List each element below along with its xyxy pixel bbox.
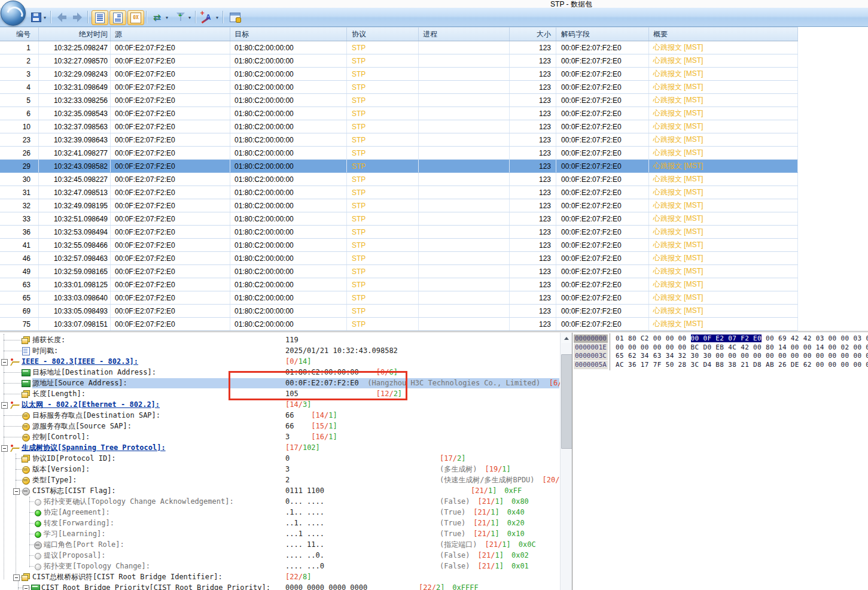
filter-dropdown-caret[interactable]: ▾ [188,15,191,20]
packet-row[interactable]: 110:32:25.09824700:0F:E2:07:F2:E001:80:C… [0,41,798,54]
decode-row[interactable]: 协议ID[Protocol ID]:0[17/2] [0,454,559,464]
decode-row[interactable]: 拓扑变更确认[Topology Change Acknowledgement]:… [0,497,559,507]
column-header-3[interactable]: 源 [111,28,230,41]
packet-row[interactable]: 310:32:29.09824300:0F:E2:07:F2:E001:80:C… [0,68,798,81]
decode-row[interactable]: 控制[Control]:3 [16/1] [0,432,559,443]
decode-label: 提议[Proposal]: [44,551,105,561]
packet-row[interactable]: 3210:32:49.09819500:0F:E2:07:F2:E001:80:… [0,199,798,212]
hex-row[interactable]: 0000003C65 62 34 63 34 32 30 30 00 00 00… [572,352,868,360]
packet-row[interactable]: 4910:32:59.09816500:0F:E2:07:F2:E001:80:… [0,265,798,278]
hex-offset: 0000005A [574,361,608,369]
decode-meaning: (True) [440,518,465,528]
time-cell: 10:32:27.098570 [39,54,111,67]
packet-row[interactable]: 7510:33:07.09815100:0F:E2:07:F2:E001:80:… [0,318,798,331]
packet-row[interactable]: 610:32:35.09854300:0F:E2:07:F2:E001:80:C… [0,107,798,120]
packet-row[interactable]: 510:32:33.09825600:0F:E2:07:F2:E001:80:C… [0,94,798,107]
column-header-8[interactable]: 解码字段 [556,28,649,41]
swap-arrows-icon: ⇄ [153,12,161,23]
packet-row[interactable]: 6310:33:01.09812500:0F:E2:07:F2:E001:80:… [0,278,798,291]
packet-row[interactable]: 3110:32:47.09851300:0F:E2:07:F2:E001:80:… [0,186,798,199]
column-header-4[interactable]: 目标 [230,28,347,41]
packet-row[interactable]: 210:32:27.09857000:0F:E2:07:F2:E001:80:C… [0,54,798,68]
scroll-up-button[interactable] [561,333,571,343]
tree-expander[interactable] [13,574,20,581]
decode-row[interactable]: 捕获长度:119 [0,335,559,346]
column-header-7[interactable]: 大小 [510,28,556,41]
packet-row[interactable]: 1010:32:37.09856300:0F:E2:07:F2:E001:80:… [0,120,798,133]
back-button[interactable] [55,10,68,24]
packet-row[interactable]: 410:32:31.09864900:0F:E2:07:F2:E001:80:C… [0,81,798,94]
packet-row[interactable]: 2310:32:39.09864300:0F:E2:07:F2:E001:80:… [0,133,798,147]
packet-row[interactable]: 3010:32:45.09822700:0F:E2:07:F2:E001:80:… [0,173,798,186]
decode-row[interactable]: 端口角色[Port Role]:.... 11..(指定端口)[21/1]0x0… [0,540,559,551]
hex-bytes[interactable]: 00 00 00 00 00 00 BC D0 EB 4C 42 00 80 1… [616,343,868,352]
summary-cell: 心跳报文 [MST] [649,133,798,146]
view-decode-toggle[interactable] [109,10,126,25]
decode-row[interactable]: 时间戳:2025/01/21 10:32:43.098582 [0,346,559,357]
packet-row[interactable]: 6510:33:03.09864000:0F:E2:07:F2:E001:80:… [0,291,798,305]
view-summary-toggle[interactable] [92,10,108,25]
decode-row[interactable]: 目标服务存取点[Destination SAP]:66 [14/1] [0,410,559,421]
filter-button[interactable]: + [173,10,188,24]
table-lock-button[interactable] [227,10,243,24]
packet-row[interactable]: 4110:32:55.09846600:0F:E2:07:F2:E001:80:… [0,239,798,252]
hex-row[interactable]: 0000000001 80 C2 00 00 00 00 0F E2 07 F2… [572,334,868,343]
packet-row[interactable]: 3610:32:53.09849400:0F:E2:07:F2:E001:80:… [0,226,798,239]
decode-row[interactable]: 拓扑变更[Topology Change]:.... ...0(False)[2… [0,561,559,572]
byte-length: 1] [559,476,560,484]
swap-button[interactable]: ⇄ [150,10,164,24]
decode-row[interactable]: 提议[Proposal]:.... ..0.(False)[21/1]0x02 [0,551,559,561]
column-header-5[interactable]: 协议 [347,28,419,41]
view-hex-toggle[interactable]: 0X [127,10,144,25]
decode-row[interactable]: 转发[Forwarding]:..1. ....(True)[21/1]0x20 [0,518,559,529]
decode-row[interactable]: 类型[Type]:2(快速生成树/多生成树BPDU)[20/1] [0,475,559,486]
hex-bytes[interactable]: 01 80 C2 00 00 00 00 0F E2 07 F2 E0 00 6… [616,334,868,343]
decode-scrollbar[interactable] [560,333,572,590]
column-header-9[interactable]: 概要 [649,28,798,41]
protocol-cell: STP [347,68,419,80]
forward-button[interactable] [71,10,84,24]
decode-row[interactable]: CIST标志[CIST Flag]:0111 1100[21/1]0xFF [0,486,559,497]
packet-row[interactable]: 2910:32:43.09858200:0F:E2:07:F2:E001:80:… [0,160,798,173]
hex-row[interactable]: 0000005AAC 36 17 7F 50 28 3C D4 B8 38 21… [572,361,868,369]
decode-row[interactable]: 协定[Agreement]:.1.. ....(True)[21/1]0x40 [0,507,559,518]
decode-row[interactable]: 生成树协议[Spanning Tree Protocol]:[17/102] [0,443,559,454]
packet-row[interactable]: 4610:32:57.09846300:0F:E2:07:F2:E001:80:… [0,252,798,265]
scroll-thumb[interactable] [561,354,572,449]
hex-row[interactable]: 0000001E00 00 00 00 00 00 BC D0 EB 4C 42… [572,343,868,352]
tree-expander[interactable] [1,402,8,409]
decode-row[interactable]: 以太网 - 802.2[Ethernet - 802.2]:[14/3] [0,400,559,410]
packet-row[interactable]: 6910:33:05.09849300:0F:E2:07:F2:E001:80:… [0,305,798,318]
column-header-1[interactable]: 编号 [0,28,39,41]
no-cell: 29 [0,160,39,172]
decode-row[interactable]: CIST Root Bridge Priority[CIST Root Brid… [0,583,559,590]
packet-row[interactable]: 2610:32:41.09827700:0F:E2:07:F2:E001:80:… [0,147,798,160]
tree-expander[interactable] [23,585,29,590]
marker-dropdown-caret[interactable]: ▾ [216,15,218,20]
column-header-2[interactable]: 绝对时间 [39,28,111,41]
decode-row[interactable]: 学习[Learning]:...1 ....(True)[21/1]0x10 [0,529,559,540]
decode-row[interactable]: 长度[Length]:105 [12/2] [0,389,559,400]
hex-bytes[interactable]: 65 62 34 63 34 32 30 30 00 00 00 00 00 0… [616,352,868,360]
swap-dropdown-caret[interactable]: ▾ [166,15,168,20]
decode-row[interactable]: IEEE - 802.3[IEEE - 802.3]:[0/14] [0,357,559,367]
protocol-cell: STP [347,107,419,120]
marker-button[interactable]: A [201,10,215,24]
tree-expander[interactable] [1,445,8,452]
decode-row[interactable]: CIST总根桥标识符[CIST Root Bridge Identifier]:… [0,572,559,583]
decode-row[interactable]: 目标地址[Destination Address]:01:80:C2:00:00… [0,367,559,378]
column-header-6[interactable]: 进程 [419,28,510,41]
decode-row[interactable]: 源服务存取点[Source SAP]:66 [15/1] [0,421,559,432]
decode-row[interactable]: 版本[Version]:3(多生成树)[19/1] [0,464,559,475]
process-cell [419,54,510,67]
tree-guide-stub [29,555,33,556]
decode-row[interactable]: 源地址[Source Address]:00:0F:E2:07:F2:E0 (H… [0,378,559,389]
packet-row[interactable]: 3310:32:51.09864900:0F:E2:07:F2:E001:80:… [0,212,798,226]
tree-expander[interactable] [13,488,20,495]
save-dropdown-caret[interactable]: ▾ [44,15,46,20]
app-logo[interactable] [1,1,26,26]
destination-cell: 01:80:C2:00:00:00 [230,133,347,146]
tree-expander[interactable] [1,359,8,366]
hex-bytes[interactable]: AC 36 17 7F 50 28 3C D4 B8 38 21 D8 AB 2… [616,361,868,369]
save-button[interactable] [29,10,43,24]
